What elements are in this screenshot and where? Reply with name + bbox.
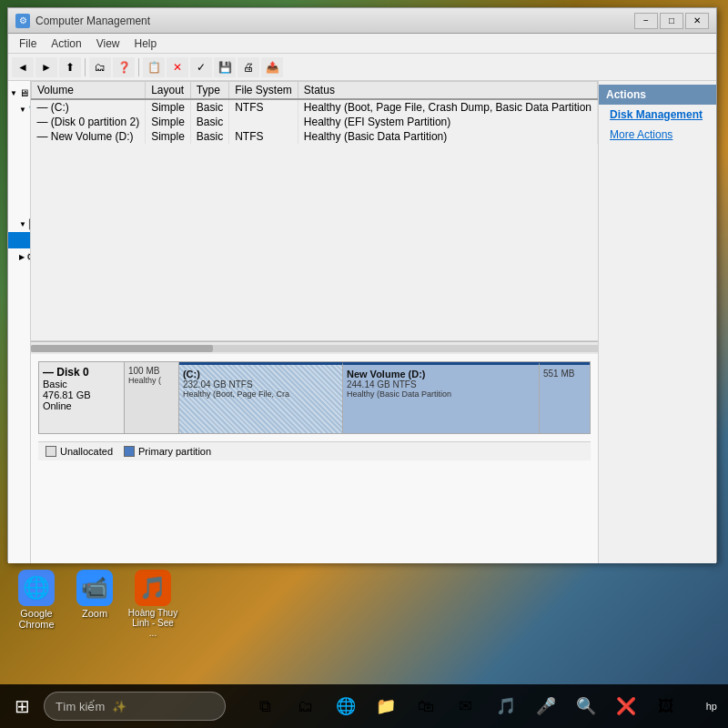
expand-arrow[interactable]: ▼	[10, 87, 17, 98]
taskbar-app-files[interactable]: 📁	[368, 688, 404, 724]
expand-arrow-svc[interactable]: ▶	[19, 251, 25, 262]
cell-status: Healthy (EFI System Partition)	[298, 115, 597, 129]
print-button[interactable]: 🖨	[238, 57, 259, 77]
col-status[interactable]: Status	[298, 82, 597, 100]
legend-primary-box	[124, 446, 135, 457]
part-status: Healthy (	[128, 376, 175, 385]
horizontal-scrollbar[interactable]	[31, 341, 598, 354]
volume-area[interactable]: Volume Layout Type File System Status — …	[31, 81, 598, 341]
start-button[interactable]: ⊞	[4, 688, 40, 724]
sidebar-item-task-scheduler[interactable]: ▶ 📅 Task Scheduler	[8, 117, 31, 134]
col-volume[interactable]: Volume	[31, 82, 145, 100]
cell-layout: Simple	[146, 115, 191, 129]
disk-type: Basic	[43, 379, 120, 389]
taskbar-app-image[interactable]: 🖼	[648, 688, 684, 724]
back-button[interactable]: ◄	[12, 57, 34, 77]
actions-header: Actions	[599, 85, 716, 105]
part-label: (C:)	[183, 369, 339, 379]
menu-file[interactable]: File	[12, 35, 44, 52]
table-row[interactable]: — (Disk 0 partition 2) Simple Basic Heal…	[31, 115, 597, 129]
folder-button[interactable]: 🗂	[89, 57, 111, 77]
help-button[interactable]: ❓	[113, 57, 135, 77]
taskbar-app-search2[interactable]: 🔍	[568, 688, 604, 724]
sidebar-item-device-manager[interactable]: 💻 Device Manager	[8, 199, 31, 216]
sidebar-item-system-tools[interactable]: ▼ 🔧 System Tools	[8, 101, 30, 117]
taskbar-search[interactable]: Tìm kiếm ✨	[44, 692, 226, 721]
partition-100mb[interactable]: 100 MB Healthy (	[125, 362, 179, 433]
legend-unallocated: Unallocated	[46, 446, 113, 457]
menu-view[interactable]: View	[89, 35, 127, 52]
sidebar: ▼ 🖥 Computer Management (Local) ▼ 🔧 Syst…	[8, 81, 31, 563]
up-button[interactable]: ⬆	[59, 57, 81, 77]
sidebar-item-services[interactable]: ▶ ⚙ Services and Applications	[8, 248, 30, 265]
disk-0-info: — Disk 0 Basic 476.81 GB Online	[38, 361, 125, 434]
partition-c-drive[interactable]: (C:) 232.04 GB NTFS Healthy (Boot, Page …	[179, 362, 343, 433]
chrome-icon: 🌐	[18, 570, 55, 606]
forward-button[interactable]: ►	[35, 57, 57, 77]
delete-button[interactable]: ✕	[167, 57, 188, 77]
taskbar-app-widgets[interactable]: 🗂	[288, 688, 324, 724]
sidebar-item-local-users[interactable]: ▶ 👥 Local Users and Groups	[8, 167, 31, 183]
save-button[interactable]: 💾	[214, 57, 236, 77]
action-more-actions[interactable]: More Actions	[599, 125, 716, 145]
cell-volume: — New Volume (D:)	[31, 129, 145, 144]
cell-status: Healthy (Boot, Page File, Crash Dump, Ba…	[298, 99, 597, 115]
music-label: Hoàng Thuy Linh - See ...	[127, 608, 178, 638]
part-size: 244.14 GB NTFS	[347, 379, 535, 389]
taskbar-app-close[interactable]: ❌	[608, 688, 644, 724]
maximize-button[interactable]: □	[660, 13, 683, 29]
desktop-icon-chrome[interactable]: 🌐 Google Chrome	[7, 566, 66, 633]
desktop-icon-music[interactable]: 🎵 Hoàng Thuy Linh - See ...	[124, 566, 182, 642]
partition-d-drive[interactable]: New Volume (D:) 244.14 GB NTFS Healthy (…	[343, 362, 540, 433]
export-button[interactable]: 📤	[261, 57, 283, 77]
expand-arrow-st[interactable]: ▼	[19, 104, 26, 115]
close-button[interactable]: ✕	[685, 13, 709, 29]
menu-action[interactable]: Action	[44, 35, 88, 52]
sidebar-item-computer-management[interactable]: ▼ 🖥 Computer Management (Local)	[8, 85, 30, 101]
cell-status: Healthy (Basic Data Partition)	[298, 129, 597, 144]
cell-fs: NTFS	[229, 129, 298, 144]
minimize-button[interactable]: −	[634, 13, 658, 29]
sidebar-item-storage[interactable]: ▼ 💾 Storage	[8, 216, 30, 232]
part-size: 232.04 GB NTFS	[183, 379, 339, 389]
sidebar-item-event-viewer[interactable]: ▶ 📋 Event Viewer	[8, 134, 31, 150]
partition-551mb[interactable]: 551 MB	[540, 362, 590, 433]
table-row[interactable]: — (C:) Simple Basic NTFS Healthy (Boot, …	[31, 99, 597, 115]
taskbar-app-mail[interactable]: ✉	[448, 688, 484, 724]
col-layout[interactable]: Layout	[146, 82, 191, 100]
copy-button[interactable]: 📋	[143, 57, 165, 77]
col-type[interactable]: Type	[190, 82, 228, 100]
legend-unalloc-label: Unallocated	[60, 446, 113, 457]
taskbar-app-mic[interactable]: 🎤	[528, 688, 564, 724]
taskbar-app-multitask[interactable]: ⧉	[248, 688, 284, 724]
taskbar-app-store[interactable]: 🛍	[408, 688, 444, 724]
cell-fs	[229, 115, 298, 129]
taskbar-app-edge[interactable]: 🌐	[328, 688, 364, 724]
desktop: 🌐 Google Chrome 📹 Zoom 🎵 Hoàng Thuy Linh…	[0, 0, 728, 728]
legend-primary: Primary partition	[124, 446, 211, 457]
action-disk-management[interactable]: Disk Management	[599, 105, 716, 125]
properties-button[interactable]: ✓	[190, 57, 212, 77]
part-label: New Volume (D:)	[347, 369, 535, 379]
taskbar-app-media[interactable]: 🎵	[488, 688, 524, 724]
cell-layout: Simple	[146, 129, 191, 144]
sidebar-item-performance[interactable]: ▶ 📊 Performance	[8, 183, 31, 199]
part-size: 551 MB	[543, 369, 586, 379]
cell-type: Basic	[190, 99, 228, 115]
sidebar-item-disk-management[interactable]: 💿 Disk Management	[8, 232, 31, 248]
computer-icon: 🖥	[19, 86, 29, 100]
taskbar-sys: hp	[706, 701, 724, 712]
menu-help[interactable]: Help	[127, 35, 165, 52]
table-row[interactable]: — New Volume (D:) Simple Basic NTFS Heal…	[31, 129, 597, 144]
zoom-label: Zoom	[82, 608, 107, 619]
sidebar-item-shared-folders[interactable]: ▶ 📁 Shared Folders	[8, 150, 31, 167]
cell-volume: — (Disk 0 partition 2)	[31, 115, 145, 129]
scroll-thumb[interactable]	[31, 345, 213, 352]
col-filesystem[interactable]: File System	[229, 82, 298, 100]
disk-partitions: 100 MB Healthy ( (C:) 232.04 GB NTFS Hea…	[125, 361, 591, 434]
expand-arrow-stor[interactable]: ▼	[19, 218, 26, 229]
desktop-icon-zoom[interactable]: 📹 Zoom	[66, 566, 124, 622]
cell-type: Basic	[190, 115, 228, 129]
part-status: Healthy (Basic Data Partition	[347, 389, 535, 399]
cell-layout: Simple	[146, 99, 191, 115]
